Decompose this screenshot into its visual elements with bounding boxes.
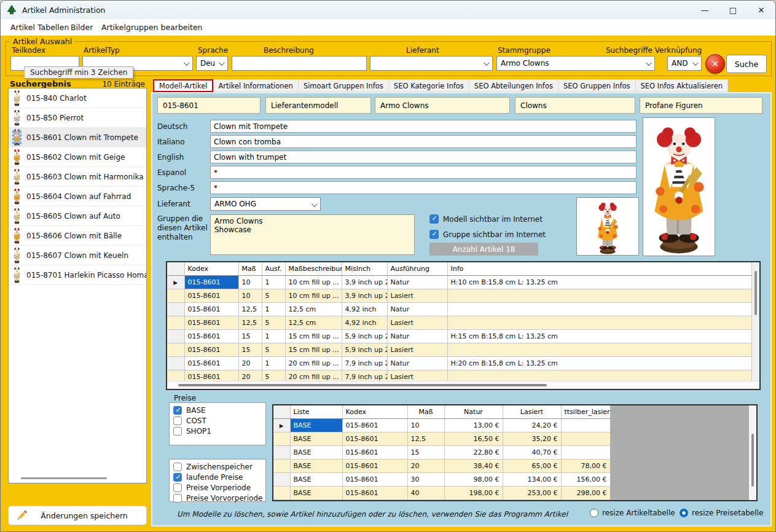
cell-info[interactable]	[447, 289, 752, 303]
modell-sichtbar-checkbox[interactable]	[429, 214, 439, 224]
gruppen-textarea[interactable]: Armo Clowns Showcase	[210, 214, 415, 255]
menu-artikelgruppen-bearbeiten[interactable]: Artikelgruppen bearbeiten	[99, 19, 205, 36]
cell-kodex[interactable]: 015-8601	[184, 357, 238, 370]
cell-ausf[interactable]: 1	[262, 276, 285, 289]
cell-liste[interactable]: BASE	[290, 487, 342, 500]
price-row[interactable]: BASE 015-8601 12,5 16,50 € 35,20 €	[273, 432, 610, 446]
liste-base-checkbox[interactable]	[173, 406, 182, 415]
row-selector[interactable]	[167, 289, 184, 303]
cell-mass[interactable]: 20	[407, 460, 444, 473]
price-row[interactable]: ▶ BASE 015-8601 10 13,00 € 24,20 €	[273, 419, 610, 432]
clear-search-icon[interactable]: ✕	[705, 54, 725, 74]
list-item[interactable]: 015-8607 Clown mit Keueln	[9, 246, 146, 265]
cell-liste[interactable]: BASE	[290, 432, 342, 446]
price-row[interactable]: BASE 015-8601 20 38,40 € 65,00 € 78,00 €	[273, 460, 610, 473]
cell-info[interactable]: H:10 cm B:15,8 cm L: 13,25 cm	[447, 276, 752, 289]
list-item[interactable]: 015-840 Charlot	[9, 88, 146, 108]
zwischenspeicher-row[interactable]: Zwischenspeicher	[173, 463, 262, 471]
artikel-thumbnail-image[interactable]	[576, 197, 639, 256]
cell-kodex[interactable]: 015-8601	[184, 330, 238, 343]
col-ausfuehrung[interactable]: Ausführung	[387, 262, 447, 276]
cell-massbeschreibung[interactable]: 15 cm fill up ...	[285, 343, 342, 357]
cell-massbeschreibung[interactable]: 20 cm fill up ...	[285, 357, 342, 370]
cell-lasiert[interactable]: 40,70 €	[503, 446, 561, 460]
cell-lasiert[interactable]: 65,00 €	[503, 460, 561, 473]
cell-kodex[interactable]: 015-8601	[184, 343, 238, 357]
resize-preisetabelle-radio[interactable]	[680, 509, 688, 517]
tab-seo-infos-aktualisieren[interactable]: SEO Infos Aktualisieren	[636, 79, 729, 92]
cell-ausf[interactable]: 1	[262, 330, 285, 343]
cell-massbeschreibung[interactable]: 10 cm fill up ...	[285, 276, 342, 289]
cell-massbeschreibung[interactable]: 12,5 cm	[285, 316, 342, 330]
resize-artikeltabelle-radio[interactable]	[590, 509, 598, 517]
gruppe-sichtbar-row[interactable]: Gruppe sichtbar im Internet	[429, 230, 546, 239]
cell-massbeschreibung[interactable]: 10 cm fill up ...	[285, 289, 342, 303]
cell-kodex[interactable]: 015-8601	[342, 419, 407, 432]
cell-liste[interactable]: BASE	[290, 419, 342, 432]
price-row[interactable]: BASE 015-8601 15 22,80 € 40,70 €	[273, 446, 610, 460]
cell-ausf[interactable]: 5	[262, 316, 285, 330]
kategorie-field[interactable]: Clowns	[515, 97, 635, 114]
espanol-input[interactable]	[210, 166, 637, 179]
cell-mass[interactable]: 20	[238, 357, 262, 370]
cell-lasiert[interactable]: 24,20 €	[503, 419, 561, 432]
table-row[interactable]: 015-8601 12,5 5 12,5 cm 4,92 inch Lasier…	[167, 316, 752, 330]
artikel-main-image[interactable]	[643, 117, 715, 256]
cell-misinch[interactable]: 3,9 inch up 2...	[342, 276, 387, 289]
cell-natur[interactable]: 16,50 €	[444, 432, 503, 446]
table-row[interactable]: 015-8601 15 1 15 cm fill up ... 5,9 inch…	[167, 330, 752, 343]
liste-shop1-checkbox[interactable]	[173, 427, 182, 436]
cell-kodex[interactable]: 015-8601	[342, 487, 407, 500]
col-ausf[interactable]: Ausf.	[262, 262, 285, 276]
stammgruppe-field[interactable]: Armo Clowns	[375, 97, 510, 114]
cell-massbeschreibung[interactable]: 12,5 cm	[285, 303, 342, 316]
row-selector-arrow-icon[interactable]: ▶	[167, 276, 184, 289]
list-item[interactable]: 015-850 Pierrot	[9, 108, 146, 128]
cell-massbeschreibung[interactable]: 15 cm fill up ...	[285, 330, 342, 343]
cell-liste[interactable]: BASE	[290, 446, 342, 460]
list-item[interactable]: 015-8604 Clown auf Fahrrad	[9, 187, 146, 206]
cell-lasiert[interactable]: 253,00 €	[503, 487, 561, 500]
col-lasiert[interactable]: Lasiert	[503, 405, 561, 419]
cell-info[interactable]: H:20 cm B:15,8 cm L: 13,25 cm	[447, 357, 752, 370]
preise-vertical-scrollbar[interactable]	[749, 405, 756, 500]
cell-ttsilber[interactable]: 156,00 €	[561, 473, 610, 487]
deutsch-input[interactable]	[210, 120, 637, 133]
cell-info[interactable]	[447, 343, 752, 357]
liste-base-row[interactable]: BASE	[173, 406, 262, 415]
zwischenspeicher-checkbox[interactable]	[173, 463, 182, 471]
resize-preisetabelle-row[interactable]: resize Preisetabelle	[680, 509, 763, 517]
anzahl-artikel-button[interactable]: Anzahl Artikel 18	[429, 243, 538, 256]
cell-kodex[interactable]: 015-8601	[184, 303, 238, 316]
cell-kodex[interactable]: 015-8601	[184, 276, 238, 289]
lieferant-filter-select[interactable]	[370, 56, 493, 71]
stammgruppe-select[interactable]: Armo Clowns	[496, 56, 655, 71]
menu-bilder[interactable]: Bilder	[68, 19, 95, 36]
tab-simoart-gruppen-infos[interactable]: Simoart Gruppen Infos	[299, 79, 389, 92]
list-item-selected[interactable]: 015-8601 Clown mit Trompete	[9, 128, 146, 147]
col-kodex[interactable]: Kodex	[184, 262, 238, 276]
cell-kodex[interactable]: 015-8601	[184, 289, 238, 303]
price-row[interactable]: BASE 015-8601 30 98,00 € 134,00 € 156,00…	[273, 473, 610, 487]
cell-misinch[interactable]: 5,9 inch up 2...	[342, 343, 387, 357]
cell-lasiert[interactable]: 134,00 €	[503, 473, 561, 487]
cell-mass[interactable]: 10	[407, 419, 444, 432]
minimize-icon[interactable]: —	[691, 1, 719, 19]
cell-mass[interactable]: 10	[238, 289, 262, 303]
gruppe-sichtbar-checkbox[interactable]	[429, 230, 439, 239]
cell-misinch[interactable]: 4,92 inch	[342, 303, 387, 316]
col-natur[interactable]: Natur	[444, 405, 503, 419]
cell-mass[interactable]: 15	[238, 343, 262, 357]
cell-mass[interactable]: 12,5	[238, 316, 262, 330]
cell-misinch[interactable]: 3,9 inch up 2...	[342, 289, 387, 303]
sprache-select[interactable]: Deu	[196, 56, 228, 71]
tab-seo-abteilungen-infos[interactable]: SEO Abteilungen Infos	[469, 79, 558, 92]
abteilung-field[interactable]: Profane Figuren	[640, 97, 762, 114]
list-item[interactable]: 015-8605 Clown auf Auto	[9, 206, 146, 226]
cell-ttsilber[interactable]	[561, 446, 610, 460]
cell-mass[interactable]: 12,5	[407, 432, 444, 446]
cell-info[interactable]	[447, 316, 752, 330]
cell-ausfuehrung[interactable]: Lasiert	[387, 316, 447, 330]
cell-ausfuehrung[interactable]: Natur	[387, 303, 447, 316]
table-row[interactable]: ▶ 015-8601 10 1 10 cm fill up ... 3,9 in…	[167, 276, 752, 289]
